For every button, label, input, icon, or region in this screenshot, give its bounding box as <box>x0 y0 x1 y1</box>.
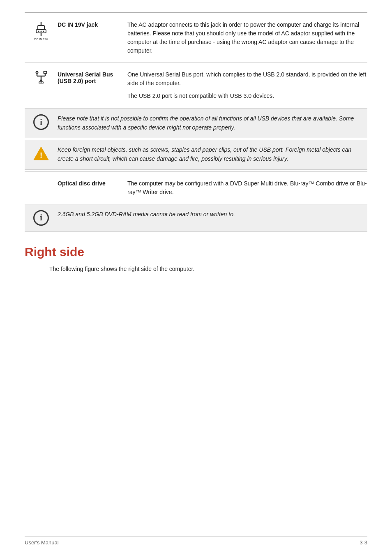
optical-icon-col <box>25 179 58 180</box>
dc-jack-svg <box>32 21 50 39</box>
note2-box: i 2.6GB and 5.2GB DVD-RAM media cannot b… <box>25 204 367 232</box>
svg-point-11 <box>36 72 38 74</box>
svg-marker-14 <box>40 79 42 81</box>
page-footer: User's Manual 3-3 <box>25 537 367 546</box>
usb-desc-p1: One Universal Serial Bus port, which com… <box>127 70 367 88</box>
optical-label: Optical disc drive <box>58 179 127 187</box>
dc-jack-icon: DC IN 19V <box>32 21 50 41</box>
dc-icon-label-text: DC IN 19V <box>34 38 48 41</box>
optical-desc-p1: The computer may be configured with a DV… <box>127 179 367 197</box>
dc-in-desc-p1: The AC adaptor connects to this jack in … <box>127 21 367 55</box>
dc-in-icon-col: DC IN 19V <box>25 21 58 41</box>
footer-left: User's Manual <box>25 539 59 546</box>
info-icon-1: i <box>33 114 49 130</box>
optical-row: Optical disc drive The computer may be c… <box>25 171 367 204</box>
note2-text: 2.6GB and 5.2GB DVD-RAM media cannot be … <box>58 210 361 219</box>
optical-description: The computer may be configured with a DV… <box>127 179 367 197</box>
svg-point-5 <box>43 31 44 32</box>
svg-rect-12 <box>44 72 47 74</box>
note1-icon-col: i <box>31 114 51 130</box>
warning1-box: ! Keep foreign metal objects, such as sc… <box>25 140 367 169</box>
warning-triangle-svg: ! <box>33 146 49 161</box>
dc-in-label: DC IN 19V jack <box>58 21 127 28</box>
info-icon-2: i <box>33 210 49 226</box>
note1-text: Please note that it is not possible to c… <box>58 114 361 132</box>
right-side-heading: Right side <box>25 245 367 259</box>
svg-point-4 <box>41 31 42 32</box>
svg-text:!: ! <box>40 151 43 160</box>
note2-icon-col: i <box>31 210 51 226</box>
svg-point-3 <box>38 31 39 32</box>
usb-description: One Universal Serial Bus port, which com… <box>127 70 367 100</box>
dc-in-row: DC IN 19V DC IN 19V jack The AC adaptor … <box>25 13 367 63</box>
footer-right: 3-3 <box>360 539 367 546</box>
usb-trident-icon <box>34 71 48 83</box>
warning1-text: Keep foreign metal objects, such as scre… <box>58 146 361 163</box>
warning-icon: ! <box>32 146 50 161</box>
right-side-intro: The following figure shows the right sid… <box>49 265 367 273</box>
dc-in-description: The AC adaptor connects to this jack in … <box>127 21 367 55</box>
usb-desc-p2: The USB 2.0 port is not compatible with … <box>127 92 367 100</box>
usb-row: Universal Serial Bus (USB 2.0) port One … <box>25 63 367 108</box>
warning1-icon-col: ! <box>31 146 51 161</box>
page-content: DC IN 19V DC IN 19V jack The AC adaptor … <box>0 0 392 298</box>
note1-box: i Please note that it is not possible to… <box>25 108 367 138</box>
usb-icon-col <box>25 70 58 83</box>
svg-rect-1 <box>38 25 44 30</box>
usb-label: Universal Serial Bus (USB 2.0) port <box>58 70 127 84</box>
